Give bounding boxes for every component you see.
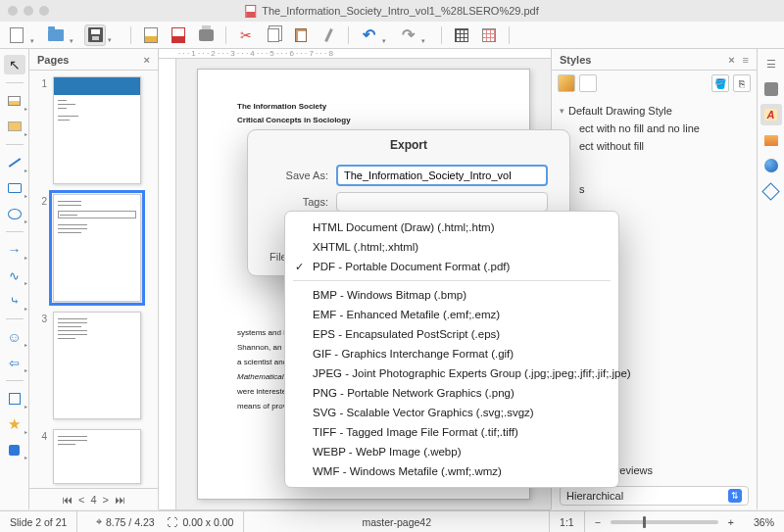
shapes-deck-icon[interactable] (760, 180, 782, 202)
file-type-dropdown: HTML Document (Draw) (.html;.htm) XHTML … (284, 211, 619, 488)
pages-last-icon[interactable]: ⏭ (115, 494, 125, 506)
callout-tool[interactable]: ⇦ (4, 353, 25, 372)
export-dialog-title: Export (248, 130, 569, 162)
page-number: 1 (39, 76, 47, 89)
new-document-button[interactable] (6, 24, 27, 46)
styles-deck-icon[interactable]: A (760, 104, 782, 125)
filetype-option-gif[interactable]: GIF - Graphics Interchange Format (.gif) (285, 344, 618, 363)
flowchart-tool[interactable] (4, 389, 25, 409)
save-button[interactable] (84, 24, 106, 46)
star-tool[interactable]: ★ (4, 414, 25, 434)
filetype-option-bmp[interactable]: BMP - Windows Bitmap (.bmp) (285, 285, 618, 305)
styles-panel-title: Styles (560, 54, 591, 66)
menu-separator (293, 280, 611, 281)
page-thumbnail-1[interactable]: ▬▬▬▬▬▬▬▬▬▬▬▬▬▬▬▬▬▬▬▬▬▬▬ (53, 76, 141, 184)
new-style-icon[interactable]: ⎘ (733, 74, 751, 92)
pages-count: 4 (90, 494, 96, 506)
filetype-option-wmf[interactable]: WMF - Windows Metafile (.wmf;.wmz) (285, 461, 618, 481)
gallery-deck-icon[interactable] (760, 129, 782, 151)
cut-button[interactable]: ✂ (235, 24, 257, 46)
copy-button[interactable] (263, 24, 284, 46)
status-size: 0.00 x 0.00 (182, 516, 233, 528)
status-slide: Slide 2 of 21 (0, 511, 77, 532)
filetype-option-png[interactable]: PNG - Portable Network Graphics (.png) (285, 383, 618, 403)
pages-panel-close-icon[interactable]: × (144, 54, 150, 66)
rectangle-tool[interactable] (4, 178, 25, 198)
page-number: 2 (39, 194, 47, 207)
sidebar-tab-strip: ☰ A (757, 49, 784, 509)
pdf-file-icon (245, 5, 256, 18)
style-item-root[interactable]: ▾Default Drawing Style (558, 102, 751, 120)
cursor-position-icon: ⌖ (96, 515, 102, 528)
line-tool[interactable] (4, 153, 25, 172)
filetype-option-eps[interactable]: EPS - Encapsulated PostScript (.eps) (285, 324, 618, 344)
horizontal-ruler: · · · 1 · · · 2 · · · 3 · · · 4 · · · 5 … (159, 49, 551, 59)
fill-format-icon[interactable]: 🪣 (711, 74, 729, 92)
filetype-option-webp[interactable]: WEBP - WebP Image (.webp) (285, 442, 618, 461)
pages-first-icon[interactable]: ⏮ (62, 494, 73, 506)
filetype-option-jpeg[interactable]: JPEG - Joint Photographic Experts Group … (285, 363, 618, 383)
filetype-option-pdf[interactable]: PDF - Portable Document Format (.pdf) (285, 257, 618, 276)
filetype-option-html[interactable]: HTML Document (Draw) (.html;.htm) (285, 218, 618, 237)
arrow-line-tool[interactable]: → (4, 240, 25, 260)
open-button[interactable] (45, 24, 67, 46)
status-zoom[interactable]: 36% (744, 511, 784, 532)
style-label: ect without fill (579, 140, 644, 152)
paste-button[interactable] (290, 24, 312, 46)
basic-shapes-tool[interactable]: ☺ (4, 327, 25, 347)
zoom-slider[interactable] (611, 520, 718, 524)
status-master[interactable]: master-page42 (244, 511, 550, 532)
styles-panel-close-icon[interactable]: × (728, 54, 734, 66)
print-button[interactable] (195, 24, 217, 46)
tags-input[interactable] (336, 192, 548, 212)
style-item[interactable]: s (558, 180, 751, 198)
page-thumbnail-4[interactable]: ▬▬▬▬▬▬▬▬▬▬▬▬▬▬▬▬▬▬▬▬▬▬▬▬▬▬ (53, 429, 141, 484)
style-view-select[interactable]: Hierarchical ⇅ (560, 486, 749, 506)
zoom-in-button[interactable]: + (728, 516, 734, 528)
page-thumbnail-2[interactable]: ▬▬▬▬▬▬▬▬▬▬▬▬▬▬▬▬▬▬▬▬▬▬▬▬▬▬▬▬▬▬▬▬▬▬▬▬▬▬▬▬… (53, 194, 141, 302)
export-button[interactable] (140, 24, 162, 46)
style-item[interactable]: ect with no fill and no line (558, 120, 751, 137)
curve-tool[interactable]: ∿ (4, 266, 25, 285)
window-title: The_Information_Society_Intro_vol1_%28LS… (262, 5, 539, 17)
pages-nav: ⏮ < 4 > ⏭ (29, 488, 158, 509)
fill-color-tool[interactable] (4, 91, 25, 111)
presentation-styles-icon[interactable] (579, 74, 597, 92)
filetype-option-tiff[interactable]: TIFF - Tagged Image File Format (.tif;.t… (285, 422, 618, 442)
page-number: 4 (39, 429, 47, 442)
zoom-out-button[interactable]: − (595, 516, 601, 528)
style-item[interactable]: ect without fill (558, 137, 751, 155)
status-ratio[interactable]: 1:1 (550, 511, 585, 532)
styles-panel-menu-icon[interactable]: ≡ (743, 54, 749, 66)
status-bar: Slide 2 of 21 ⌖ 8.75 / 4.23 ⛶ 0.00 x 0.0… (0, 510, 784, 532)
connector-tool[interactable]: ⤷ (4, 291, 25, 311)
close-window-icon[interactable] (8, 6, 18, 16)
area-color-tool[interactable] (4, 117, 25, 136)
navigator-deck-icon[interactable] (760, 155, 782, 176)
snap-button[interactable] (478, 24, 500, 46)
save-as-input[interactable] (336, 165, 548, 186)
zoom-window-icon[interactable] (39, 6, 49, 16)
filetype-option-svg[interactable]: SVG - Scalable Vector Graphics (.svg;.sv… (285, 403, 618, 422)
redo-button[interactable]: ↷ (397, 24, 418, 46)
save-as-label: Save As: (270, 169, 328, 181)
undo-button[interactable]: ↶ (358, 24, 379, 46)
page-thumbnail-3[interactable]: ▬▬▬▬▬▬▬▬▬▬▬▬▬▬▬▬▬▬▬▬▬▬▬▬▬▬▬▬▬▬▬▬▬▬▬▬▬▬▬▬… (53, 312, 141, 419)
style-label: s (579, 183, 585, 195)
filetype-option-emf[interactable]: EMF - Enhanced Metafile (.emf;.emz) (285, 305, 618, 324)
export-pdf-button[interactable] (168, 24, 189, 46)
ellipse-tool[interactable] (4, 204, 25, 223)
properties-deck-icon[interactable] (760, 78, 782, 100)
grid-button[interactable] (451, 24, 472, 46)
filetype-option-xhtml[interactable]: XHTML (.html;.xhtml) (285, 237, 618, 257)
drawing-styles-icon[interactable] (558, 74, 575, 92)
clone-formatting-button[interactable] (318, 24, 339, 46)
pointer-tool[interactable]: ↖ (4, 55, 25, 74)
object-size-icon: ⛶ (168, 516, 178, 528)
pages-prev-icon[interactable]: < (78, 494, 84, 506)
3d-tool[interactable] (4, 440, 25, 459)
pages-panel-title: Pages (37, 54, 69, 66)
minimize-window-icon[interactable] (24, 6, 33, 16)
pages-next-icon[interactable]: > (103, 494, 109, 506)
sidebar-settings-icon[interactable]: ☰ (760, 53, 782, 74)
